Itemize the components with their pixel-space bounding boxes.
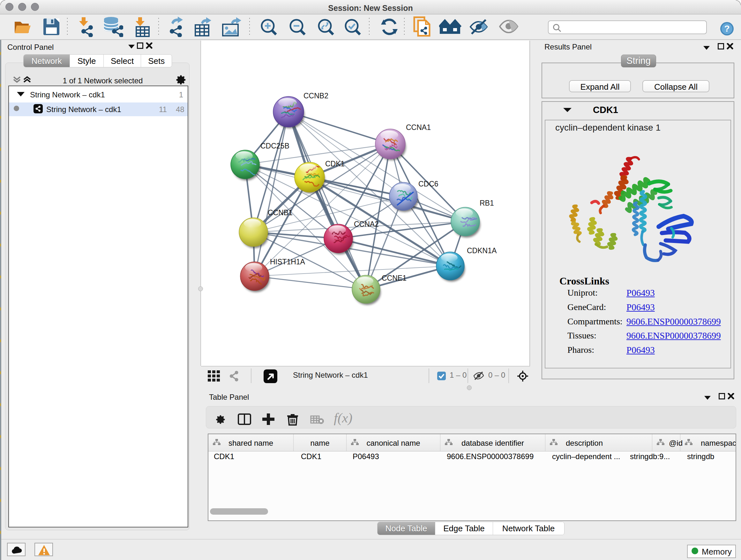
svg-text:CCNA2: CCNA2 [354,220,379,228]
svg-text:HIST1H1A: HIST1H1A [270,258,306,266]
svg-text:CDC6: CDC6 [418,180,439,188]
svg-text:?: ? [724,23,730,34]
svg-text:CDK1: CDK1 [325,160,345,168]
svg-text:CCNB1: CCNB1 [268,208,293,217]
svg-text:CDKN1A: CDKN1A [467,246,497,255]
svg-text:CCNA1: CCNA1 [406,123,431,132]
svg-text:CDC25B: CDC25B [260,142,289,150]
svg-text:RB1: RB1 [480,199,494,207]
svg-text:CCNE1: CCNE1 [382,274,407,282]
svg-text:CCNB2: CCNB2 [304,91,328,100]
